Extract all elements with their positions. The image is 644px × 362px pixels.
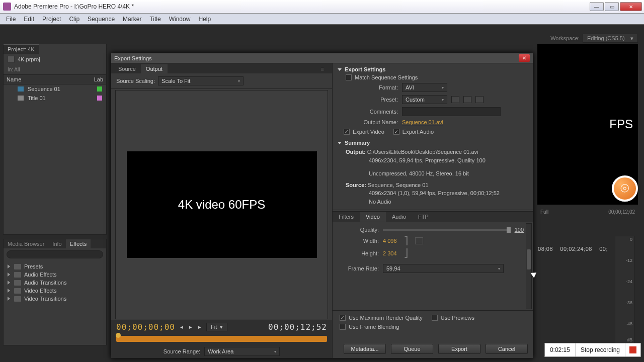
tab-output[interactable]: Output bbox=[141, 64, 168, 73]
close-button[interactable]: ✕ bbox=[620, 2, 642, 11]
timecode-start[interactable]: 00;00;00;00 bbox=[116, 322, 175, 332]
project-tab[interactable]: Project: 4K bbox=[4, 44, 39, 54]
app-icon bbox=[3, 3, 11, 11]
stop-recording-button[interactable]: Stop recording bbox=[576, 343, 625, 356]
match-sequence-label: Match Sequence Settings bbox=[355, 74, 418, 80]
workspace-dropdown[interactable]: Editing (CS5.5)▾ bbox=[583, 34, 638, 43]
range-slider[interactable] bbox=[116, 336, 327, 342]
program-controls: Full 00;00;12;02 bbox=[537, 207, 638, 217]
quality-value[interactable]: 100 bbox=[515, 227, 524, 233]
delete-preset-icon[interactable] bbox=[475, 96, 484, 103]
export-settings-header: Export Settings bbox=[345, 66, 385, 72]
maximize-button[interactable]: ▭ bbox=[605, 2, 619, 11]
width-label: Width: bbox=[336, 238, 379, 244]
col-label[interactable]: Lab bbox=[94, 76, 103, 82]
preview-frame: 4K video 60FPS bbox=[127, 151, 317, 258]
project-item-sequence[interactable]: Sequence 01 bbox=[4, 84, 106, 94]
effects-folder-video-effects[interactable]: Video Effects bbox=[4, 287, 106, 295]
disclosure-icon bbox=[8, 264, 10, 268]
export-button[interactable]: Export bbox=[438, 344, 480, 354]
summary-block: Output: C:\Users\EliteBook\Desktop\Seque… bbox=[333, 147, 533, 210]
export-audio-checkbox[interactable] bbox=[393, 129, 399, 135]
effects-folder-presets[interactable]: Presets bbox=[4, 262, 106, 270]
menu-edit[interactable]: Edit bbox=[20, 15, 38, 24]
screen-recorder-badge-icon[interactable]: ⦾ bbox=[612, 175, 638, 202]
window-titlebar: Adobe Premiere Pro - I:\GoPro HERO 4\4K … bbox=[0, 0, 644, 14]
step-fwd-button[interactable]: ▸ bbox=[197, 324, 202, 330]
aspect-lock-checkbox[interactable] bbox=[415, 237, 423, 244]
use-max-quality-label: Use Maximum Render Quality bbox=[349, 315, 423, 321]
height-value[interactable]: 2 304 bbox=[383, 250, 397, 256]
tab-video[interactable]: Video bbox=[360, 212, 386, 222]
frame-rate-label: Frame Rate: bbox=[336, 265, 379, 272]
menu-project[interactable]: Project bbox=[38, 15, 65, 24]
source-scaling-dropdown[interactable]: Scale To Fit▾ bbox=[158, 76, 244, 85]
folder-icon bbox=[14, 288, 21, 294]
export-video-label: Export Video bbox=[353, 129, 384, 135]
format-label: Format: bbox=[338, 84, 398, 90]
tab-audio[interactable]: Audio bbox=[386, 212, 412, 222]
minimize-button[interactable]: — bbox=[590, 2, 604, 11]
workspace-selector: Workspace: Editing (CS5.5)▾ bbox=[550, 34, 638, 43]
zoom-fit-dropdown[interactable]: Fit▾ bbox=[206, 323, 227, 331]
disclosure-icon bbox=[8, 281, 10, 285]
preset-dropdown[interactable]: Custom▾ bbox=[402, 95, 447, 104]
project-file: 4K.prproj bbox=[4, 54, 106, 65]
quality-label: Quality: bbox=[336, 227, 379, 233]
step-back-button[interactable]: ◂ bbox=[179, 324, 184, 330]
use-frame-blending-label: Use Frame Blending bbox=[349, 324, 399, 330]
output-name-link[interactable]: Sequence 01.avi bbox=[402, 119, 443, 125]
project-columns[interactable]: Name Lab bbox=[4, 74, 106, 84]
export-video-checkbox[interactable] bbox=[344, 129, 350, 135]
disclosure-icon bbox=[8, 289, 10, 293]
frame-rate-dropdown[interactable]: 59,94▾ bbox=[383, 264, 504, 273]
tab-filters[interactable]: Filters bbox=[333, 212, 360, 222]
disclosure-icon bbox=[8, 273, 10, 277]
settings-scrollbar[interactable] bbox=[526, 223, 532, 309]
effects-folder-video-transitions[interactable]: Video Transitions bbox=[4, 295, 106, 303]
queue-button[interactable]: Queue bbox=[391, 344, 433, 354]
tab-info[interactable]: Info bbox=[48, 239, 65, 248]
tab-ftp[interactable]: FTP bbox=[412, 212, 435, 222]
disclosure-icon[interactable] bbox=[338, 142, 342, 144]
use-previews-label: Use Previews bbox=[441, 315, 474, 321]
match-sequence-checkbox[interactable] bbox=[346, 74, 352, 80]
col-name[interactable]: Name bbox=[7, 76, 94, 82]
effects-folder-audio-effects[interactable]: Audio Effects bbox=[4, 270, 106, 279]
dialog-close-button[interactable]: ✕ bbox=[519, 54, 530, 62]
menu-marker[interactable]: Marker bbox=[119, 15, 145, 24]
use-max-quality-checkbox[interactable] bbox=[340, 315, 346, 321]
width-value[interactable]: 4 096 bbox=[383, 238, 397, 244]
menu-help[interactable]: Help bbox=[194, 15, 215, 24]
effects-folder-audio-transitions[interactable]: Audio Transitions bbox=[4, 279, 106, 287]
menu-window[interactable]: Window bbox=[165, 15, 195, 24]
import-preset-icon[interactable] bbox=[463, 96, 471, 103]
metadata-button[interactable]: Metadata... bbox=[344, 344, 386, 354]
tab-effects[interactable]: Effects bbox=[66, 239, 91, 248]
cancel-button[interactable]: Cancel bbox=[486, 344, 528, 354]
project-item-title[interactable]: Title 01 bbox=[4, 94, 106, 103]
effects-panel: Media Browser Info Effects Presets Audio… bbox=[3, 239, 107, 345]
use-previews-checkbox[interactable] bbox=[432, 315, 438, 321]
save-preset-icon[interactable] bbox=[451, 96, 459, 103]
menu-sequence[interactable]: Sequence bbox=[84, 15, 119, 24]
menu-bar: File Edit Project Clip Sequence Marker T… bbox=[0, 14, 644, 25]
play-button[interactable]: ▸ bbox=[188, 324, 193, 330]
source-scaling-label: Source Scaling: bbox=[116, 78, 155, 84]
recorder-time: 0:02:15 bbox=[545, 343, 576, 356]
source-range-dropdown[interactable]: Work Area▾ bbox=[204, 347, 280, 356]
menu-title[interactable]: Title bbox=[145, 15, 165, 24]
disclosure-icon[interactable] bbox=[338, 68, 342, 71]
format-dropdown[interactable]: AVI▾ bbox=[402, 83, 447, 92]
comments-input[interactable] bbox=[402, 107, 501, 116]
menu-file[interactable]: File bbox=[2, 15, 20, 24]
menu-clip[interactable]: Clip bbox=[65, 15, 84, 24]
effects-search[interactable] bbox=[7, 250, 103, 258]
tab-source[interactable]: Source bbox=[113, 64, 141, 73]
panel-menu-icon[interactable]: ≡ bbox=[316, 64, 329, 73]
use-frame-blending-checkbox[interactable] bbox=[340, 324, 346, 330]
tab-media-browser[interactable]: Media Browser bbox=[4, 239, 48, 248]
record-indicator-icon[interactable] bbox=[629, 346, 636, 353]
project-filter[interactable]: In: All bbox=[4, 65, 106, 74]
audio-meter: 0 -12 -24 -36 -48 dB bbox=[615, 236, 635, 346]
